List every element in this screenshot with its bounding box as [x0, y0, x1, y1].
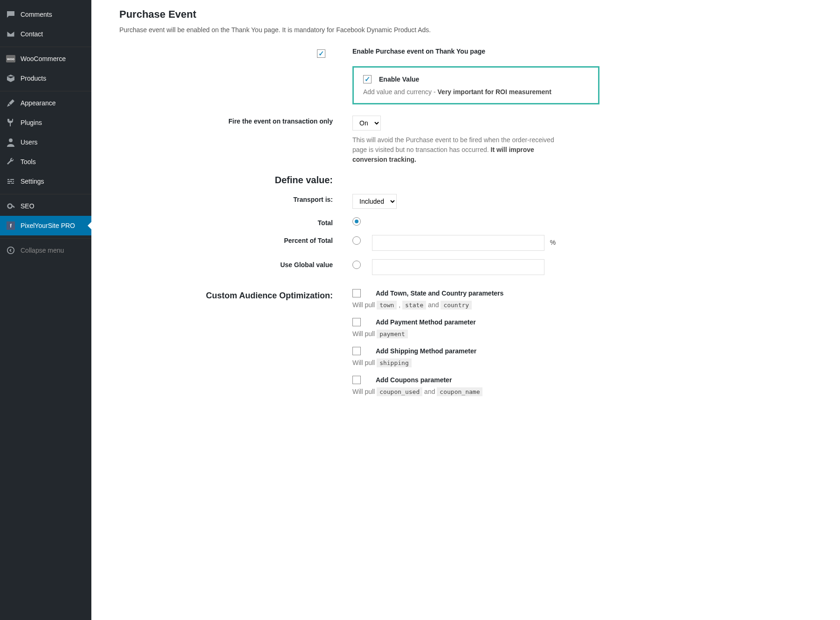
- sidebar-item-users[interactable]: Users: [0, 132, 91, 152]
- cao-subtext: Will pull town , state and country: [352, 301, 812, 309]
- sidebar-item-label: Users: [21, 138, 38, 146]
- code-tag: coupon_name: [437, 387, 482, 396]
- define-value-heading: Define value:: [275, 175, 333, 185]
- code-tag: country: [441, 301, 472, 310]
- cao-checkbox[interactable]: [352, 289, 361, 297]
- cao-option: Add Town, State and Country parametersWi…: [352, 289, 812, 309]
- svg-point-2: [7, 247, 14, 254]
- cao-label: Add Coupons parameter: [376, 376, 452, 384]
- sidebar-item-label: Appearance: [21, 99, 56, 107]
- sidebar-item-label: Comments: [21, 11, 52, 18]
- sidebar-item-contact[interactable]: Contact: [0, 24, 91, 44]
- sidebar-item-comments[interactable]: Comments: [0, 5, 91, 24]
- enable-purchase-label: Enable Purchase event on Thank You page: [352, 48, 485, 55]
- total-radio[interactable]: [352, 217, 361, 226]
- enable-value-highlight: Enable Value Add value and currency - Ve…: [352, 66, 599, 104]
- user-icon: [6, 137, 16, 147]
- sidebar-item-tools[interactable]: Tools: [0, 152, 91, 172]
- enable-value-checkbox[interactable]: [363, 75, 372, 83]
- collapse-icon: [6, 245, 16, 255]
- code-tag: town: [377, 301, 397, 310]
- cao-subtext: Will pull payment: [352, 330, 812, 338]
- page-title: Purchase Event: [119, 8, 812, 21]
- sidebar-item-label: Plugins: [21, 119, 42, 126]
- enable-purchase-checkbox[interactable]: [317, 49, 325, 58]
- transport-label: Transport is:: [119, 194, 352, 209]
- pys-icon: f: [6, 220, 16, 231]
- cao-label: Add Payment Method parameter: [376, 318, 476, 326]
- fire-transaction-select[interactable]: On: [352, 116, 381, 131]
- cao-checkbox[interactable]: [352, 318, 361, 326]
- sidebar-item-label: SEO: [21, 202, 34, 210]
- fire-transaction-label: Fire the event on transaction only: [119, 116, 352, 165]
- main-content: Purchase Event Purchase event will be en…: [91, 0, 840, 620]
- plug-icon: [6, 117, 16, 128]
- wrench-icon: [6, 157, 16, 167]
- sidebar-item-label: PixelYourSite PRO: [21, 222, 75, 229]
- global-value-radio[interactable]: [352, 261, 361, 269]
- cao-label: Add Town, State and Country parameters: [376, 289, 503, 297]
- box-icon: [6, 73, 16, 83]
- woo-icon: woo: [6, 54, 16, 64]
- sidebar-item-label: Collapse menu: [21, 247, 64, 254]
- admin-sidebar: Comments Contact woo WooCommerce Product…: [0, 0, 91, 620]
- sidebar-item-label: Settings: [21, 178, 44, 185]
- cao-option: Add Shipping Method parameterWill pull s…: [352, 347, 812, 366]
- svg-point-1: [8, 204, 12, 208]
- percent-radio[interactable]: [352, 236, 361, 245]
- sidebar-item-settings[interactable]: Settings: [0, 172, 91, 191]
- cao-label: Add Shipping Method parameter: [376, 347, 476, 355]
- comments-icon: [6, 9, 16, 20]
- enable-value-label: Enable Value: [379, 76, 419, 83]
- code-tag: state: [402, 301, 426, 310]
- sidebar-item-label: Products: [21, 75, 46, 82]
- sidebar-item-pixelyoursite[interactable]: f PixelYourSite PRO: [0, 216, 91, 235]
- seo-icon: [6, 201, 16, 211]
- code-tag: coupon_used: [377, 387, 422, 396]
- page-description: Purchase event will be enabled on the Th…: [119, 26, 812, 34]
- cao-subtext: Will pull shipping: [352, 359, 812, 366]
- transport-select[interactable]: Included: [352, 194, 397, 209]
- cao-checkbox[interactable]: [352, 376, 361, 384]
- percent-suffix: %: [550, 239, 556, 246]
- sliders-icon: [6, 176, 16, 186]
- brush-icon: [6, 98, 16, 108]
- envelope-icon: [6, 29, 16, 39]
- sidebar-item-seo[interactable]: SEO: [0, 194, 91, 216]
- cao-subtext: Will pull coupon_used and coupon_name: [352, 388, 812, 395]
- cao-heading: Custom Audience Optimization:: [206, 291, 333, 300]
- sidebar-item-label: Contact: [21, 30, 43, 38]
- sidebar-item-label: Tools: [21, 158, 36, 165]
- sidebar-item-products[interactable]: Products: [0, 69, 91, 88]
- percent-input[interactable]: [372, 235, 544, 251]
- enable-value-subtext: Add value and currency - Very important …: [363, 88, 589, 96]
- fire-transaction-help: This will avoid the Purchase event to be…: [352, 135, 567, 165]
- cao-option: Add Coupons parameterWill pull coupon_us…: [352, 376, 812, 395]
- cao-checkbox[interactable]: [352, 347, 361, 355]
- percent-label: Percent of Total: [119, 235, 352, 251]
- cao-option: Add Payment Method parameterWill pull pa…: [352, 318, 812, 338]
- global-value-label: Use Global value: [119, 259, 352, 275]
- code-tag: payment: [377, 330, 408, 338]
- cao-options: Add Town, State and Country parametersWi…: [352, 289, 812, 405]
- svg-point-0: [9, 138, 13, 142]
- sidebar-item-woocommerce[interactable]: woo WooCommerce: [0, 47, 91, 69]
- sidebar-item-label: WooCommerce: [21, 55, 66, 62]
- sidebar-item-collapse[interactable]: Collapse menu: [0, 238, 91, 260]
- sidebar-item-appearance[interactable]: Appearance: [0, 91, 91, 113]
- code-tag: shipping: [377, 358, 412, 367]
- sidebar-item-plugins[interactable]: Plugins: [0, 113, 91, 132]
- global-value-input[interactable]: [372, 259, 544, 275]
- total-label: Total: [119, 217, 352, 227]
